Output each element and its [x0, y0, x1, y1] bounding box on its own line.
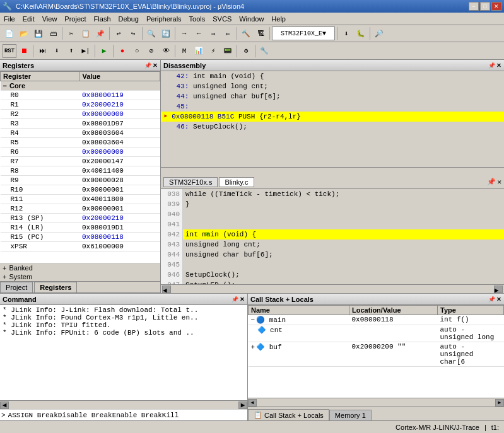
- rebuild-btn[interactable]: 🏗: [254, 26, 267, 40]
- watch-btn[interactable]: 👁: [159, 44, 173, 58]
- expand-icon[interactable]: −: [251, 316, 255, 324]
- menu-edit[interactable]: Edit: [19, 14, 38, 24]
- perf-btn[interactable]: 📊: [192, 44, 206, 58]
- new-btn[interactable]: 📄: [3, 26, 16, 40]
- pin-icon[interactable]: 📌: [144, 62, 151, 69]
- sep12: [175, 45, 175, 57]
- disasm-pin-icon[interactable]: 📌: [488, 62, 495, 69]
- project-tab[interactable]: Project: [0, 282, 33, 292]
- app-window: 🔧 C:\Keil\ARM\Boards\ST\STM32F10X_EVAL\B…: [0, 0, 504, 433]
- debug-btn[interactable]: 🐛: [354, 26, 368, 40]
- menu-help[interactable]: Help: [267, 14, 290, 24]
- cmd-scrollbar[interactable]: ◀ ▶: [0, 400, 247, 409]
- step-over-btn[interactable]: ⏭: [35, 44, 49, 58]
- status-right: t1:: [491, 424, 499, 431]
- close-icon[interactable]: ✕: [153, 62, 158, 69]
- tools2-btn[interactable]: ⚙: [239, 44, 253, 58]
- cut-btn[interactable]: ✂: [64, 26, 78, 40]
- redo-btn[interactable]: ↪: [126, 26, 140, 40]
- step-out-btn[interactable]: ⬆: [64, 44, 78, 58]
- code-tab-pin[interactable]: 📌: [487, 178, 496, 186]
- scrollbar-right-btn[interactable]: ▶: [494, 286, 503, 293]
- call-stack-tab[interactable]: 📋 Call Stack + Locals: [248, 409, 329, 420]
- mem-btn[interactable]: M: [177, 44, 191, 58]
- menu-peripherals[interactable]: Peripherals: [143, 14, 185, 24]
- line-content: SetupLED ();: [183, 280, 235, 285]
- reg-value: 0x20000147: [79, 157, 160, 166]
- menu-tools[interactable]: Tools: [185, 14, 209, 24]
- menu-svcs[interactable]: SVCS: [209, 14, 235, 24]
- code-line: 039 }: [161, 199, 504, 209]
- cmd-scroll-left[interactable]: ◀: [0, 401, 9, 409]
- replace-btn[interactable]: 🔄: [159, 26, 173, 40]
- disassembly-content[interactable]: 42: int main (void) { 43: unsigned long …: [161, 71, 504, 167]
- code-tab-c[interactable]: Blinky.c: [219, 177, 254, 187]
- register-row: R0 0x08000119: [1, 91, 160, 100]
- menu-debug[interactable]: Debug: [115, 14, 143, 24]
- menu-view[interactable]: View: [38, 14, 61, 24]
- settings-btn[interactable]: 🔧: [257, 44, 271, 58]
- reg-value: 0x00000028: [79, 176, 160, 185]
- maximize-button[interactable]: □: [480, 2, 490, 11]
- logic-btn[interactable]: ⚡: [206, 44, 220, 58]
- call-stack-title: Call Stack + Locals: [250, 296, 314, 303]
- memory1-tab[interactable]: Memory 1: [329, 410, 372, 420]
- bp-disable-btn[interactable]: ⊘: [144, 44, 158, 58]
- menu-window[interactable]: Window: [235, 14, 267, 24]
- reg-name: R2: [1, 110, 79, 119]
- indent-btn[interactable]: →: [177, 26, 191, 40]
- disasm-scrollbar-h[interactable]: [161, 167, 504, 176]
- paste-btn[interactable]: 📌: [93, 26, 107, 40]
- code-line: 042 ➤int main (void) {: [161, 229, 504, 240]
- stop-btn[interactable]: ⏹: [17, 44, 31, 58]
- load-btn[interactable]: ⬇: [339, 26, 353, 40]
- build-btn[interactable]: 🔨: [239, 26, 253, 40]
- target-combo[interactable]: STM32F10X_E▼: [272, 26, 335, 40]
- outdent2-btn[interactable]: ⇐: [221, 26, 235, 40]
- indent2-btn[interactable]: ⇒: [206, 26, 220, 40]
- call-scroll-right[interactable]: ▶: [495, 399, 504, 407]
- copy-btn[interactable]: 📋: [79, 26, 93, 40]
- sep8: [370, 27, 370, 40]
- save-all-btn[interactable]: 🗃: [46, 26, 60, 40]
- registers-tab[interactable]: Registers: [34, 282, 77, 292]
- menu-flash[interactable]: Flash: [90, 14, 115, 24]
- run-to-cursor-btn[interactable]: ▶|: [79, 44, 93, 58]
- minimize-button[interactable]: −: [469, 2, 479, 11]
- search-btn[interactable]: 🔍: [144, 26, 158, 40]
- rst-btn[interactable]: RST: [3, 44, 16, 58]
- find-in-files-btn[interactable]: 🔎: [372, 26, 386, 40]
- reg-value: 0x20000210: [79, 214, 160, 223]
- serial-btn[interactable]: 📟: [221, 44, 235, 58]
- code-scrollbar-h[interactable]: ◀ ▶: [161, 284, 504, 293]
- menu-file[interactable]: File: [0, 14, 19, 24]
- line-number: 038: [161, 189, 183, 199]
- clear-bp-btn[interactable]: ○: [130, 44, 144, 58]
- save-btn[interactable]: 💾: [32, 26, 45, 40]
- outdent-btn[interactable]: ←: [192, 26, 206, 40]
- disasm-close-icon[interactable]: ✕: [496, 62, 501, 69]
- bp-btn[interactable]: ●: [115, 44, 129, 58]
- code-content[interactable]: 038 while ((TimeTick - timetick) < tick)…: [161, 189, 504, 285]
- step-into-btn[interactable]: ⬇: [50, 44, 64, 58]
- call-close-icon[interactable]: ✕: [496, 296, 501, 303]
- close-button[interactable]: ✕: [491, 2, 501, 11]
- cmd-scroll-right[interactable]: ▶: [238, 401, 247, 409]
- cmd-pin-icon[interactable]: 📌: [231, 296, 238, 303]
- menu-project[interactable]: Project: [61, 14, 90, 24]
- call-scroll-left[interactable]: ◀: [248, 399, 257, 407]
- cmd-close-icon[interactable]: ✕: [240, 296, 245, 303]
- scrollbar-left-btn[interactable]: ◀: [162, 286, 171, 293]
- command-input[interactable]: [8, 412, 246, 419]
- scrollbar-track[interactable]: [171, 286, 494, 293]
- undo-btn[interactable]: ↩: [112, 26, 126, 40]
- code-tab-close[interactable]: ✕: [497, 178, 501, 186]
- window-controls: − □ ✕: [469, 2, 501, 11]
- call-scrollbar-h[interactable]: ◀ ▶: [248, 398, 504, 407]
- expand-icon[interactable]: +: [251, 344, 255, 351]
- open-btn[interactable]: 📂: [17, 26, 31, 40]
- run-btn[interactable]: ▶: [97, 44, 111, 58]
- call-pin-icon[interactable]: 📌: [488, 296, 495, 303]
- line-content: unsigned char buf[6];: [183, 250, 273, 260]
- code-tab-s[interactable]: STM32F10x.s: [163, 177, 218, 187]
